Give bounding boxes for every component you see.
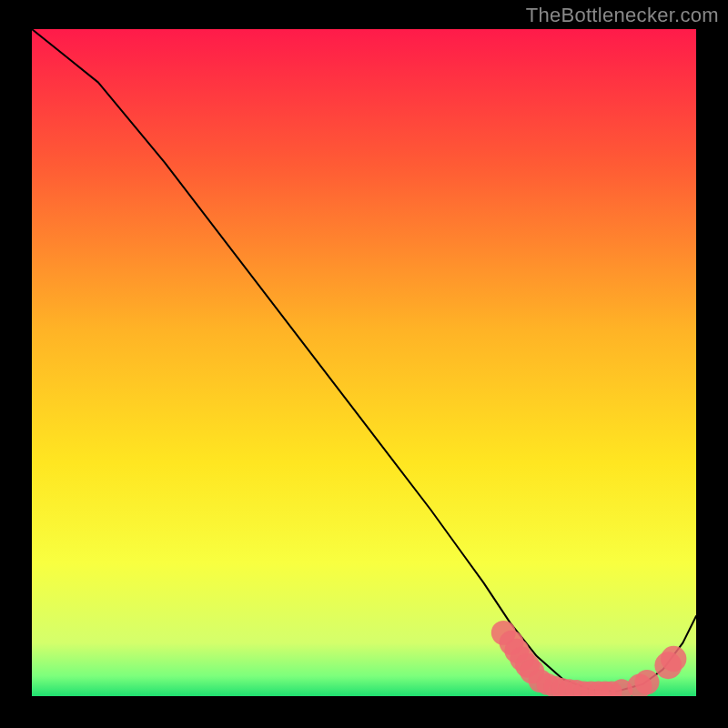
watermark-text: TheBottlenecker.com xyxy=(526,4,719,27)
plot-area xyxy=(32,29,696,696)
chart-frame: TheBottlenecker.com xyxy=(0,0,728,728)
marker-dot xyxy=(661,646,686,672)
bottleneck-chart-svg xyxy=(32,29,696,696)
marker-dot xyxy=(634,670,659,694)
gradient-rect xyxy=(32,29,696,696)
